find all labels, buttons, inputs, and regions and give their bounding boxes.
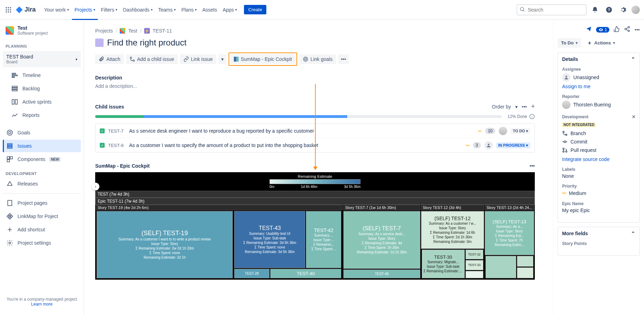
treemap-cell[interactable]: TEST-43 Summary: Usability test UI Issue… — [234, 211, 305, 268]
chevron-down-icon[interactable]: ▾ — [515, 104, 518, 110]
integrate-link[interactable]: Integrate source code — [562, 156, 635, 162]
treemap-cell[interactable]: TEST-40 — [270, 269, 341, 278]
story-header[interactable]: Story TEST-7 (1w 1d 6h 30m) — [343, 205, 420, 210]
order-by-label[interactable]: Order by — [492, 104, 511, 110]
project-header[interactable]: Test Software project — [3, 25, 81, 43]
profile-avatar[interactable] — [631, 6, 640, 14]
more-actions-button[interactable]: ••• — [338, 54, 349, 64]
nav-item-assets[interactable]: Assets — [200, 0, 220, 20]
close-icon[interactable]: × — [632, 114, 635, 120]
sidebar-item-releases[interactable]: Releases — [3, 177, 81, 190]
breadcrumb-project[interactable]: Test — [128, 28, 137, 34]
priority-value[interactable]: ═Medium — [562, 190, 635, 196]
like-icon[interactable] — [614, 26, 620, 33]
search-input[interactable] — [517, 4, 587, 15]
treemap-cell[interactable] — [517, 256, 533, 267]
treemap-cell[interactable]: TEST-28 — [234, 269, 270, 278]
sidebar-item-pages[interactable]: Project pages — [3, 197, 81, 209]
sidebar-item-goals[interactable]: Goals — [3, 126, 81, 139]
more-icon[interactable]: ••• — [522, 104, 527, 110]
help-icon[interactable]: ? — [603, 4, 615, 15]
sidebar-item-backlog[interactable]: Backlog — [3, 82, 81, 95]
create-commit-link[interactable]: Commit — [562, 138, 635, 146]
assign-to-me-link[interactable]: Assign to me — [562, 84, 635, 89]
create-pr-link[interactable]: Pull request — [562, 146, 635, 154]
story-header[interactable]: Story TEST-13 (2d 4h 24... — [485, 205, 534, 210]
status-dropdown[interactable]: To Do ▾ — [558, 38, 581, 48]
status-lozenge[interactable]: IN PROGRESS ▾ — [496, 142, 530, 148]
treemap-cell[interactable] — [465, 271, 483, 278]
nav-item-plans[interactable]: Plans▾ — [178, 0, 200, 20]
treemap-cell[interactable]: TEST-46 — [343, 270, 420, 278]
notifications-icon[interactable] — [589, 4, 601, 15]
jira-logo[interactable]: Jira — [14, 6, 37, 14]
watch-button[interactable]: 1 — [596, 27, 610, 33]
story-header[interactable]: Story TEST-12 (3d 4h) — [421, 205, 484, 210]
settings-icon[interactable] — [617, 4, 629, 15]
labels-value[interactable]: None — [562, 173, 635, 179]
nav-item-teams[interactable]: Teams▾ — [155, 0, 178, 20]
status-lozenge[interactable]: TO DO ▾ — [511, 128, 530, 134]
sidebar-item-sprints[interactable]: Active sprints — [3, 96, 81, 108]
attach-button[interactable]: Attach — [95, 54, 124, 64]
app-switcher-icon[interactable] — [4, 6, 13, 14]
epic-name-value[interactable]: My epic Epic — [562, 208, 635, 213]
treemap-cell[interactable]: TEST-30 Summary: Migrate... Issue Type: … — [422, 250, 465, 279]
issue-title[interactable]: Find the right product — [107, 38, 187, 48]
breadcrumb-issue[interactable]: TEST-11 — [153, 28, 172, 34]
svg-point-41 — [566, 134, 567, 135]
treemap-epic[interactable]: Epic TEST-11 (7w 4d 3h) — [95, 198, 535, 205]
reporter-value[interactable]: Thorsten Buering — [562, 100, 635, 109]
treemap-cell[interactable]: TEST-42 Summary:... Issue Type:... Σ Rem… — [306, 211, 341, 268]
treemap-root[interactable]: TEST (7w 4d 3h) — [95, 191, 535, 198]
assignee-avatar-icon[interactable] — [499, 127, 507, 135]
summap-button[interactable]: SumMap - Epic Cockpit — [230, 54, 295, 64]
nav-item-projects[interactable]: Projects▾ — [72, 0, 98, 20]
more-icon[interactable]: ••• — [530, 163, 535, 169]
board-selector[interactable]: TEST Board Board ▾ — [3, 51, 81, 67]
story-header[interactable]: Story TEST-19 (4w 2d 2h 6m) — [96, 205, 343, 210]
actions-dropdown[interactable]: Actions ▾ — [584, 38, 618, 48]
sidebar-item-components[interactable]: Components NEW — [3, 153, 81, 166]
treemap-cell[interactable] — [517, 267, 533, 278]
treemap-cell[interactable]: (SELF) TEST-19 Summary: As a customer I … — [97, 211, 233, 278]
add-child-button[interactable]: Add a child issue — [126, 54, 178, 64]
sidebar-item-issues[interactable]: Issues — [3, 140, 81, 152]
assignee-value[interactable]: Unassigned — [562, 73, 635, 82]
sidebar-item-timeline[interactable]: Timeline — [3, 69, 81, 82]
treemap-cell[interactable]: (SELF) TEST-7 Summary: As s service desk… — [343, 211, 420, 269]
sidebar-item-shortcut[interactable]: Add shortcut — [3, 223, 81, 236]
sidebar-item-settings[interactable]: Project settings — [3, 237, 81, 249]
treemap-cell[interactable] — [485, 256, 516, 278]
epic-color-icon[interactable] — [95, 38, 104, 47]
link-issue-button[interactable]: Link issue — [180, 54, 216, 64]
treemap-cell[interactable]: (SELF) TEST-12 Summary: As a customer I … — [421, 211, 484, 249]
feedback-icon[interactable] — [586, 26, 592, 33]
details-toggle[interactable]: Details⌃ — [558, 53, 639, 65]
more-fields-toggle[interactable]: More fields⌃ — [558, 227, 639, 240]
nav-item-filters[interactable]: Filters▾ — [98, 0, 120, 20]
breadcrumb-projects[interactable]: Projects — [95, 28, 113, 34]
expand-icon[interactable]: › — [92, 183, 99, 190]
nav-item-your-work[interactable]: Your work▾ — [41, 0, 72, 20]
treemap-cell[interactable]: (SELF) TEST-13 Summary: As a... Issue Ty… — [485, 211, 534, 255]
info-icon[interactable] — [529, 114, 535, 119]
nav-item-dashboards[interactable]: Dashboards▾ — [120, 0, 155, 20]
share-icon[interactable] — [624, 26, 630, 33]
child-issues-heading: Child issues — [95, 104, 124, 110]
more-icon[interactable]: ••• — [635, 27, 640, 33]
sidebar-item-linkmap[interactable]: LinkMap for Poject — [3, 210, 81, 223]
child-key[interactable]: TEST-7 — [108, 128, 126, 134]
create-branch-link[interactable]: Branch — [562, 129, 635, 138]
create-button[interactable]: Create — [244, 5, 266, 14]
sidebar-item-reports[interactable]: Reports — [3, 109, 81, 121]
nav-item-apps[interactable]: Apps▾ — [220, 0, 240, 20]
treemap-cell[interactable]: TEST-33 — [465, 260, 483, 270]
treemap-cell[interactable]: TEST-32 — [465, 250, 483, 260]
learn-more-link[interactable]: Learn more — [31, 302, 52, 307]
link-goals-button[interactable]: Link goals — [299, 54, 336, 64]
child-key[interactable]: TEST-9 — [108, 143, 126, 148]
unassigned-avatar-icon[interactable] — [484, 141, 493, 149]
add-icon[interactable]: + — [531, 103, 535, 110]
link-more-button[interactable]: ▾ — [218, 54, 226, 64]
